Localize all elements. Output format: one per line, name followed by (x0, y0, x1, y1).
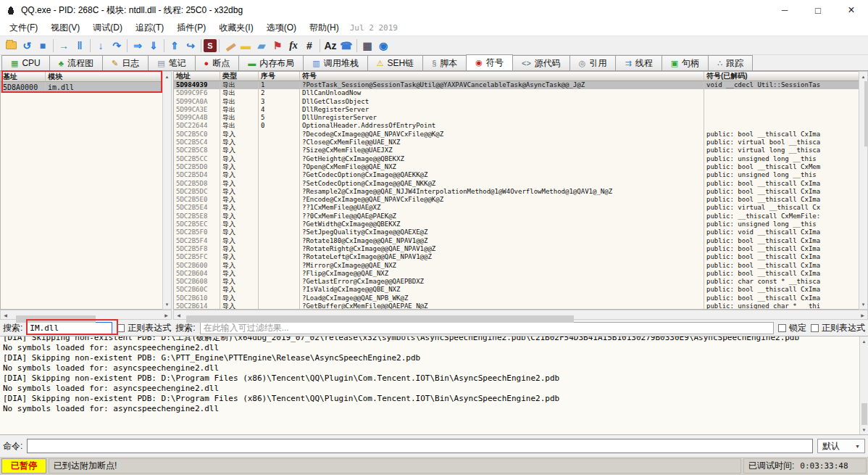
symbols-col-symbol[interactable]: 符号 (300, 72, 704, 80)
symbol-row[interactable]: 5DC2B604导入?Flip@CxImage@@QAE_NXZpublic: … (174, 270, 859, 278)
scroll-up-icon[interactable] (162, 72, 172, 81)
tab-call-stack[interactable]: ▥调用堆栈 (303, 55, 367, 70)
symbol-row[interactable]: 5DC2B5DC导入?Resample2@CxImage@@QAE_NJJW4I… (174, 188, 859, 196)
menu-item-p[interactable]: 插件(P) (170, 22, 212, 33)
scroll-down-icon[interactable] (859, 300, 868, 309)
symbols-vertical-scrollbar[interactable] (859, 71, 868, 310)
tab-graph[interactable]: ♣流程图 (49, 55, 103, 70)
module-row[interactable]: 5D8A0000im.dll (1, 82, 162, 93)
scroll-left-icon[interactable] (174, 310, 183, 320)
symbol-row[interactable]: 5DC2B600导入?Mirror@CxImage@@QAE_NXZpublic… (174, 262, 859, 270)
symbol-row[interactable]: 5DC2B5C0导入?Decode@CxImage@@QAE_NPAVCxFil… (174, 131, 859, 139)
symbol-row[interactable]: 5DC2B60C导入?IsValid@CxImage@@QBE_NXZpubli… (174, 286, 859, 294)
step-into-icon[interactable]: ↓ (93, 38, 109, 54)
close-button[interactable] (835, 0, 868, 20)
symbol-row[interactable]: 5DC2B5F8导入?RotateRight@CxImage@@QAE_NPAV… (174, 245, 859, 253)
menu-item-i[interactable]: 收藏夹(I) (212, 22, 259, 33)
tab-seh[interactable]: ⚠SEH链 (367, 55, 424, 70)
case-icon[interactable]: Az (322, 38, 338, 54)
menu-item-d[interactable]: 调试(D) (86, 22, 129, 33)
regex2-checkbox-group[interactable]: 正则表达式 (811, 322, 865, 334)
tab-handles[interactable]: ▣句柄 (662, 55, 709, 70)
tab-threads[interactable]: ⇉线程 (615, 55, 662, 70)
tab-memory-map[interactable]: ▬内存布局 (238, 55, 304, 70)
tab-cpu[interactable]: ▦CPU (1, 55, 50, 70)
symbols-col-ordinal[interactable]: 序号 (259, 72, 300, 80)
symbols-col-decoded[interactable]: 符号(已解码) (704, 72, 859, 80)
scroll-right-icon[interactable] (858, 310, 867, 320)
open-file-icon[interactable] (3, 38, 19, 54)
tab-notes[interactable]: ▤笔记 (148, 55, 195, 70)
symbol-row[interactable]: 5DC2B610导入?Load@CxImage@@QAE_NPB_WK@Zpub… (174, 294, 859, 302)
symbol-row[interactable]: 5DC2B5D8导入?SetCodecOption@CxImage@@QAE_N… (174, 180, 859, 188)
lock-checkbox-group[interactable]: 锁定 (778, 322, 806, 334)
module-search-input[interactable] (27, 322, 112, 334)
modules-col-base[interactable]: 基址 (1, 72, 46, 81)
maximize-button[interactable] (801, 0, 835, 20)
regex-checkbox[interactable] (117, 324, 125, 332)
step-out-icon[interactable]: ⇓ (146, 38, 162, 54)
menu-item-h[interactable]: 帮助(H) (303, 22, 346, 33)
symbol-row[interactable]: 5DC2B614导入?GetBuffer@CxMemFile@@QAEPAE_N… (174, 302, 859, 309)
step-over-icon[interactable]: ↷ (109, 38, 125, 54)
modules-vertical-scrollbar[interactable] (162, 71, 172, 310)
symbol-row[interactable]: 5DC2B5D0导入?Open@CxMemFile@@QAE_NXZpublic… (174, 163, 859, 171)
modules-table[interactable]: 基址 模块 5D8A0000im.dll (0, 71, 162, 310)
profile-dropdown[interactable]: 默认 (817, 439, 865, 453)
tab-references[interactable]: ◎引用 (569, 55, 617, 70)
symbol-row[interactable]: 5D984939导出1?PostTask_Session@SessionTask… (174, 81, 859, 89)
bookmark-icon[interactable]: ⚑ (270, 38, 285, 54)
symbol-row[interactable]: 5DC2B608导入?GetLastError@CxImage@@QAEPBDX… (174, 278, 859, 286)
tab-source[interactable]: <>源代码 (512, 55, 570, 70)
modules-col-module[interactable]: 模块 (46, 72, 162, 81)
scroll-down-icon[interactable] (162, 300, 172, 309)
symbols-table[interactable]: 地址 类型 序号 符号 符号(已解码) 5D984939导出1?PostTask… (173, 71, 859, 310)
symbols-col-address[interactable]: 地址 (174, 72, 220, 80)
symbol-row[interactable]: 5D99CA4B导出5DllUnregisterServer (174, 114, 859, 122)
symbol-row[interactable]: 5DC2B5D4导入?GetCodecOption@CxImage@@QAEKK… (174, 171, 859, 179)
globe-icon[interactable]: ◉ (375, 38, 391, 54)
minimize-button[interactable] (768, 0, 801, 20)
scroll-right-icon[interactable] (162, 310, 171, 320)
symbol-row[interactable]: 5DC2B5F0导入?SetJpegQuality@CxImage@@QAEXE… (174, 228, 859, 236)
patches-icon[interactable]: S (204, 39, 217, 52)
symbol-row[interactable]: 5DC2B5E4导入??1CxMemFile@@UAE@XZpublic: vi… (174, 204, 859, 212)
restart-icon[interactable]: ↺ (19, 38, 35, 54)
symbol-row[interactable]: 5DC2B5F4导入?Rotate180@CxImage@@QAE_NPAV1@… (174, 237, 859, 245)
lock-checkbox[interactable] (778, 324, 786, 332)
menu-item-v[interactable]: 视图(V) (44, 22, 86, 33)
symbol-row[interactable]: 5D99CA3E导出4DllRegisterServer (174, 106, 859, 114)
menu-item-o[interactable]: 选项(O) (260, 22, 303, 33)
symbol-row[interactable]: 5DC2B5C4导入?Close@CxMemFile@@UAE_NXZpubli… (174, 139, 859, 146)
symbol-row[interactable]: 5DC2B5EC导入?GetWidth@CxImage@@QBEKXZpubli… (174, 220, 859, 228)
symbol-row[interactable]: 5DC22644导出0OptionalHeader.AddressOfEntry… (174, 122, 859, 130)
command-input[interactable] (27, 439, 813, 453)
symbols-col-type[interactable]: 类型 (220, 72, 259, 80)
scroll-up-icon[interactable] (859, 72, 868, 81)
modules-horizontal-scrollbar[interactable] (0, 310, 172, 320)
tab-log[interactable]: ✎日志 (102, 55, 149, 70)
stop-icon[interactable]: ■ (35, 38, 51, 54)
symbol-row[interactable]: 5D99CA0A导出3DllGetClassObject (174, 98, 859, 106)
run-to-user-code-icon[interactable]: ⇑ (167, 38, 183, 54)
log-vertical-scrollbar[interactable] (859, 336, 868, 434)
menu-item-t[interactable]: 追踪(T) (129, 22, 170, 33)
menu-item-f[interactable]: 文件(F) (3, 22, 44, 33)
attach-icon[interactable]: ↪ (183, 38, 199, 54)
hash-icon[interactable]: # (301, 38, 317, 54)
regex-checkbox-group[interactable]: 正则表达式 (117, 322, 171, 334)
run-icon[interactable]: → (56, 38, 72, 54)
symbol-row[interactable]: 5DC2B5E8导入??0CxMemFile@@QAE@PAEK@Zpublic… (174, 212, 859, 220)
tab-breakpoints[interactable]: ●断点 (195, 55, 240, 70)
tab-trace[interactable]: ∴跟踪 (708, 55, 753, 70)
label-icon[interactable]: ▰ (254, 38, 270, 54)
scroll-left-icon[interactable] (1, 310, 10, 320)
modified-calls-icon[interactable]: ☎ (338, 38, 354, 54)
symbol-row[interactable]: 5D99C9F6导出2DllCanUnloadNow (174, 89, 859, 97)
symbol-row[interactable]: 5DC2B5FC导入?RotateLeft@CxImage@@QAE_NPAV1… (174, 253, 859, 261)
log-output[interactable]: [DIA] Skipping non-existent PDB: D:\工具(破… (0, 336, 868, 435)
tab-symbols[interactable]: ◉符号 (466, 54, 513, 70)
pause-icon[interactable]: ‖ (72, 38, 88, 54)
symbol-row[interactable]: 5DC2B5E0导入?Encode@CxImage@@QAE_NPAVCxFil… (174, 196, 859, 204)
symbol-row[interactable]: 5DC2B5C8导入?Size@CxMemFile@@UAEJXZpublic:… (174, 146, 859, 154)
